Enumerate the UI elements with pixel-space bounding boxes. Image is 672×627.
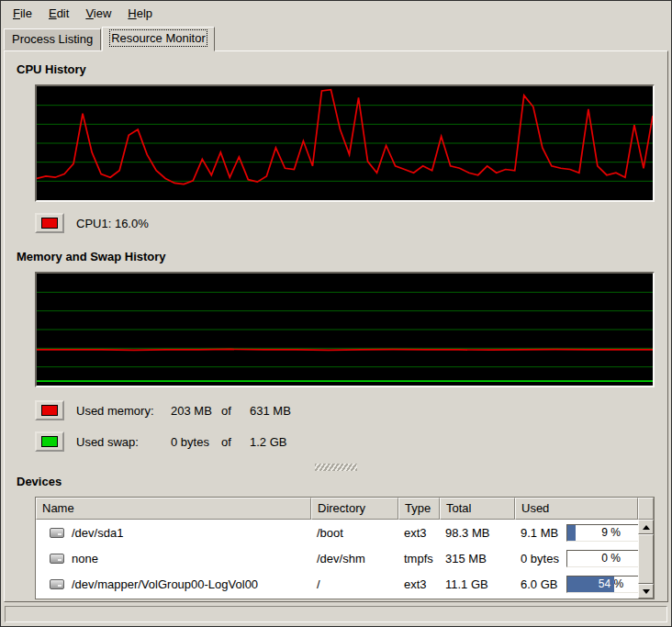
swap-legend: Used swap: 0 bytes of 1.2 GB [35, 431, 655, 453]
memory-legend: Used memory: 203 MB of 631 MB [35, 399, 655, 421]
vertical-scrollbar[interactable] [638, 498, 654, 599]
menu-help[interactable]: Help [119, 4, 161, 23]
cpu-legend: CPU1: 16.0% [35, 212, 655, 234]
cpu-color-swatch [41, 218, 58, 229]
notebook-tabs: Process Listing Resource Monitor [1, 25, 671, 50]
device-total: 315 MB [440, 552, 515, 565]
system-monitor-window: File Edit View Help Process Listing Reso… [0, 0, 672, 627]
down-arrow-icon [643, 589, 650, 594]
usage-bar: 9 % 9 % [566, 524, 638, 542]
menubar: File Edit View Help [1, 1, 671, 25]
drive-icon [50, 554, 64, 564]
swap-used-value: 0 bytes [171, 435, 221, 449]
devices-table: Name Directory Type Total Used /dev/sda1… [35, 497, 655, 599]
swap-color-swatch [41, 436, 58, 447]
usage-bar: 54 % 54 % [566, 576, 638, 593]
swap-legend-label: Used swap: [76, 435, 171, 449]
memory-history-graph [35, 272, 655, 387]
device-total: 98.3 MB [440, 526, 515, 540]
memory-legend-label: Used memory: [76, 404, 171, 418]
pane-resize-grip[interactable] [315, 464, 357, 471]
drive-icon [50, 528, 64, 538]
cpu-history-title: CPU History [17, 62, 655, 76]
up-arrow-icon [643, 525, 650, 530]
device-directory: / [311, 577, 398, 591]
resource-monitor-page: CPU History CPU1: 16.0% Memory and Swap … [4, 50, 668, 602]
device-total: 11.1 GB [440, 577, 515, 591]
swap-total-value: 1.2 GB [250, 435, 286, 449]
scroll-down-button[interactable] [638, 584, 654, 599]
memory-color-swatch [41, 405, 58, 416]
memory-color-swatch-frame [35, 400, 64, 420]
device-directory: /boot [311, 526, 398, 540]
scrollbar-thumb[interactable] [638, 534, 654, 584]
menu-view[interactable]: View [77, 4, 119, 23]
device-name: none [72, 552, 98, 565]
device-name: /dev/mapper/VolGroup00-LogVol00 [72, 577, 258, 591]
table-row[interactable]: /dev/mapper/VolGroup00-LogVol00 / ext3 1… [36, 571, 638, 597]
column-header-total[interactable]: Total [440, 498, 515, 520]
scrollbar-trough[interactable] [638, 534, 654, 584]
memory-used-value: 203 MB [171, 404, 221, 418]
devices-title: Devices [17, 475, 655, 488]
swap-color-swatch-frame [35, 431, 64, 452]
tab-process-listing[interactable]: Process Listing [4, 28, 101, 50]
cpu-history-graph [35, 84, 655, 202]
cpu-color-swatch-frame [35, 213, 64, 233]
column-header-type[interactable]: Type [398, 498, 440, 520]
device-directory: /dev/shm [311, 552, 398, 565]
column-header-name[interactable]: Name [36, 498, 311, 520]
cpu-legend-label: CPU1: 16.0% [76, 217, 149, 230]
menu-edit[interactable]: Edit [40, 4, 77, 23]
column-header-used[interactable]: Used [515, 498, 638, 520]
scrollbar-header-filler [638, 498, 654, 520]
table-row[interactable]: /dev/sda1 /boot ext3 98.3 MB 9.1 MB 9 % … [36, 520, 638, 545]
device-type: ext3 [398, 577, 440, 591]
device-type: tmpfs [398, 552, 440, 565]
column-header-directory[interactable]: Directory [311, 498, 398, 520]
scroll-up-button[interactable] [638, 520, 654, 534]
device-name: /dev/sda1 [72, 526, 123, 540]
device-used: 9.1 MB [521, 526, 566, 540]
table-row[interactable]: none /dev/shm tmpfs 315 MB 0 bytes 0 % 0… [36, 545, 638, 571]
swap-of-text: of [221, 435, 250, 449]
memory-of-text: of [221, 404, 250, 418]
device-type: ext3 [398, 526, 440, 540]
usage-bar: 0 % 0 % [566, 550, 638, 567]
memory-history-title: Memory and Swap History [17, 250, 655, 263]
devices-table-header: Name Directory Type Total Used [36, 498, 638, 520]
tab-resource-monitor[interactable]: Resource Monitor [102, 27, 215, 51]
memory-total-value: 631 MB [250, 404, 291, 418]
device-used: 6.0 GB [521, 577, 566, 591]
drive-icon [50, 579, 64, 589]
menu-file[interactable]: File [5, 4, 40, 23]
statusbar [5, 606, 667, 622]
device-used: 0 bytes [521, 552, 566, 565]
